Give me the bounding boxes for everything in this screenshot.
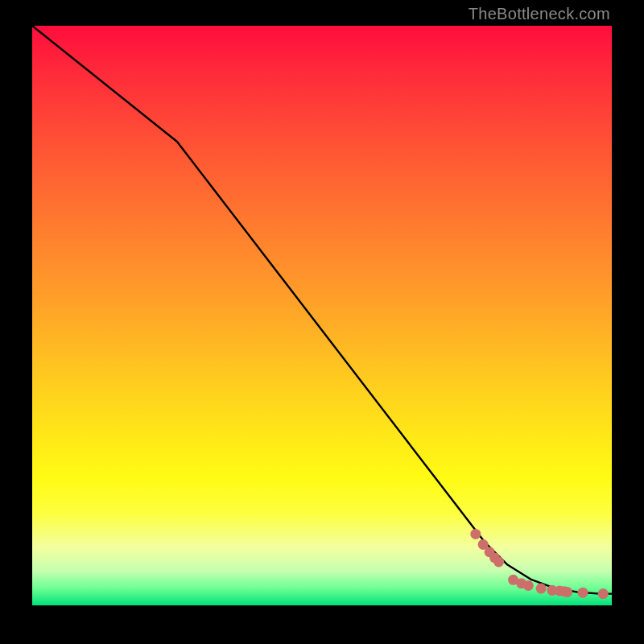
chart-overlay [32,26,612,605]
plot-area [32,26,612,605]
scatter-point [470,529,481,539]
watermark-text: TheBottleneck.com [469,5,610,23]
scatter-point [523,580,534,591]
scatter-point [562,587,572,597]
scatter-point [536,584,547,594]
scatter-point [578,588,588,598]
chart-container: TheBottleneck.com [0,0,644,644]
scatter-point [598,588,609,599]
scatter-points-group [470,529,608,599]
scatter-point [493,557,504,568]
bottleneck-curve-line [32,26,612,594]
